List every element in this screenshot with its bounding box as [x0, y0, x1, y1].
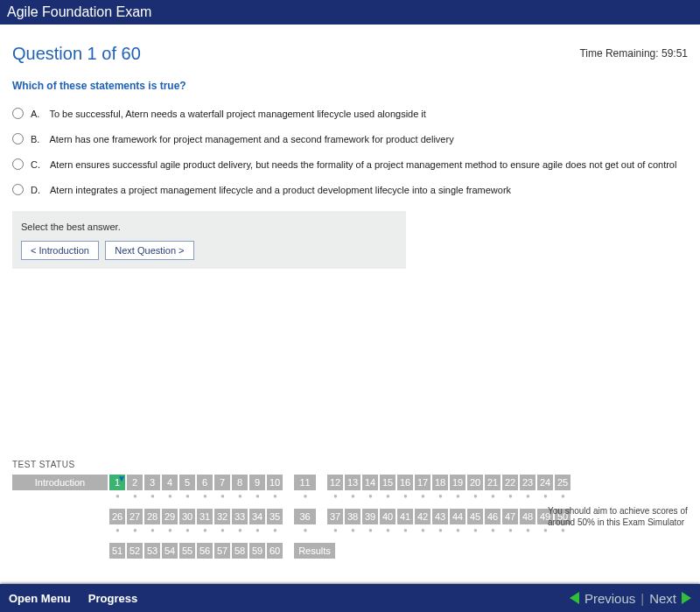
status-q26[interactable]: 26 [109, 509, 126, 524]
status-q47[interactable]: 47 [502, 509, 519, 524]
status-q29[interactable]: 29 [162, 509, 178, 524]
status-q25[interactable]: 25 [555, 475, 571, 490]
status-q23[interactable]: 23 [520, 475, 536, 490]
status-q38[interactable]: 38 [345, 509, 361, 524]
dots-row-1: ●●●●● ●●●●● ● ●●●●● ●●●●● ●●●● [12, 493, 688, 500]
status-q4[interactable]: 4 [162, 475, 178, 490]
status-q32[interactable]: 32 [214, 509, 231, 524]
status-q33[interactable]: 33 [232, 509, 248, 524]
previous-button[interactable]: Previous [584, 591, 635, 606]
status-q31[interactable]: 31 [197, 509, 214, 524]
status-q55[interactable]: 55 [179, 543, 196, 559]
answer-a-text: To be successful, Atern needs a waterfal… [49, 109, 425, 119]
next-question-button[interactable]: Next Question > [105, 241, 193, 260]
status-q2[interactable]: 2 [127, 475, 144, 490]
status-q39[interactable]: 39 [362, 509, 379, 524]
status-q9[interactable]: 9 [249, 475, 266, 490]
status-q60[interactable]: 60 [267, 543, 284, 559]
answer-a-letter: A. [31, 109, 39, 119]
status-q17[interactable]: 17 [415, 475, 431, 490]
status-q34[interactable]: 34 [249, 509, 266, 524]
content-area: Question 1 of 60 Time Remaining: 59:51 W… [0, 25, 700, 269]
status-q54[interactable]: 54 [162, 543, 178, 559]
answer-a-radio[interactable] [12, 108, 24, 119]
time-remaining: Time Remaining: 59:51 [579, 47, 688, 60]
status-q14[interactable]: 14 [362, 475, 379, 490]
answer-c[interactable]: C. Atern ensures successful agile produc… [12, 158, 688, 170]
control-panel: Select the best answer. < Introduction N… [12, 211, 406, 269]
status-q48[interactable]: 48 [520, 509, 536, 524]
answer-b-text: Atern has one framework for project mana… [49, 134, 453, 144]
status-q59[interactable]: 59 [249, 543, 266, 559]
answer-c-radio[interactable] [12, 158, 24, 170]
status-intro[interactable]: Introduction [12, 475, 108, 490]
status-q53[interactable]: 53 [144, 543, 161, 559]
open-menu-button[interactable]: Open Menu [9, 592, 71, 605]
status-q3[interactable]: 3 [144, 475, 161, 490]
status-q12[interactable]: 12 [327, 475, 344, 490]
score-note: You should aim to achieve scores of arou… [548, 505, 688, 528]
status-q52[interactable]: 52 [127, 543, 144, 559]
status-q28[interactable]: 28 [144, 509, 161, 524]
question-number: Question 1 of 60 [12, 44, 141, 64]
status-q22[interactable]: 22 [502, 475, 519, 490]
status-q21[interactable]: 21 [485, 475, 501, 490]
status-q40[interactable]: 40 [380, 509, 396, 524]
status-q19[interactable]: 19 [450, 475, 466, 490]
select-hint: Select the best answer. [21, 222, 397, 232]
intro-button[interactable]: < Introduction [21, 241, 99, 260]
status-q58[interactable]: 58 [232, 543, 248, 559]
status-q16[interactable]: 16 [397, 475, 414, 490]
bottom-bar: Open Menu Progress Previous | Next [0, 584, 700, 612]
answer-b-letter: B. [31, 134, 39, 144]
dots-row-2: ●●●●● ●●●●● ● ●●●●● ●●●●● ●●●● [12, 527, 688, 534]
next-button[interactable]: Next [649, 591, 676, 606]
current-pointer-icon: ▼ [117, 474, 126, 483]
status-q37[interactable]: 37 [327, 509, 344, 524]
status-q43[interactable]: 43 [432, 509, 449, 524]
status-q57[interactable]: 57 [214, 543, 231, 559]
status-row-3: 51 52 53 54 55 56 57 58 59 60 Results [12, 543, 688, 559]
status-q46[interactable]: 46 [485, 509, 501, 524]
status-q36[interactable]: 36 [294, 509, 317, 524]
test-status-label: TEST STATUS [12, 460, 688, 469]
progress-button[interactable]: Progress [88, 592, 137, 605]
exam-title: Agile Foundation Exam [7, 4, 151, 20]
question-text: Which of these statements is true? [12, 80, 688, 92]
status-q30[interactable]: 30 [179, 509, 196, 524]
status-q6[interactable]: 6 [197, 475, 214, 490]
answers-list: A. To be successful, Atern needs a water… [12, 108, 688, 195]
status-q42[interactable]: 42 [415, 509, 431, 524]
answer-c-text: Atern ensures successful agile product d… [50, 159, 676, 170]
status-q56[interactable]: 56 [197, 543, 214, 559]
status-q51[interactable]: 51 [109, 543, 126, 559]
status-results[interactable]: Results [294, 543, 336, 559]
status-q20[interactable]: 20 [467, 475, 484, 490]
answer-c-letter: C. [31, 159, 40, 170]
answer-d-radio[interactable] [12, 184, 24, 195]
status-q18[interactable]: 18 [432, 475, 449, 490]
status-q8[interactable]: 8 [232, 475, 248, 490]
answer-d-letter: D. [31, 185, 40, 195]
status-q13[interactable]: 13 [345, 475, 361, 490]
status-q11[interactable]: 11 [294, 475, 317, 490]
answer-b[interactable]: B. Atern has one framework for project m… [12, 133, 688, 144]
previous-icon[interactable] [570, 592, 579, 604]
status-q5[interactable]: 5 [179, 475, 196, 490]
status-q7[interactable]: 7 [214, 475, 231, 490]
title-bar: Agile Foundation Exam [0, 0, 700, 25]
status-q15[interactable]: 15 [380, 475, 396, 490]
answer-a[interactable]: A. To be successful, Atern needs a water… [12, 108, 688, 119]
status-row-1: Introduction 1 2 3 4 5 6 7 8 9 10 11 12 … [12, 475, 688, 490]
answer-b-radio[interactable] [12, 133, 24, 144]
status-q35[interactable]: 35 [267, 509, 284, 524]
status-q44[interactable]: 44 [450, 509, 466, 524]
status-q27[interactable]: 27 [127, 509, 144, 524]
status-q24[interactable]: 24 [537, 475, 554, 490]
status-q10[interactable]: 10 [267, 475, 284, 490]
next-icon[interactable] [682, 592, 691, 604]
answer-d-text: Atern integrates a project management li… [50, 185, 511, 195]
status-q45[interactable]: 45 [467, 509, 484, 524]
status-q41[interactable]: 41 [397, 509, 414, 524]
answer-d[interactable]: D. Atern integrates a project management… [12, 184, 688, 195]
